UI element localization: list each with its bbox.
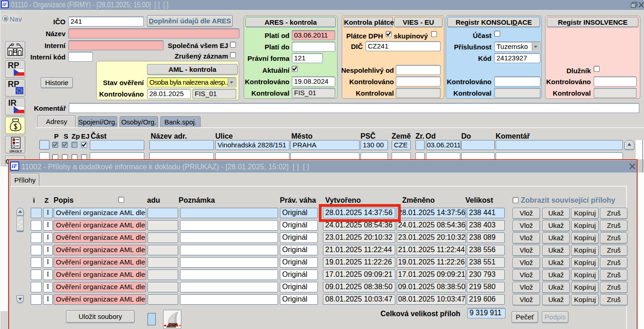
- svg-text:ÚKOLY: ÚKOLY: [10, 149, 22, 153]
